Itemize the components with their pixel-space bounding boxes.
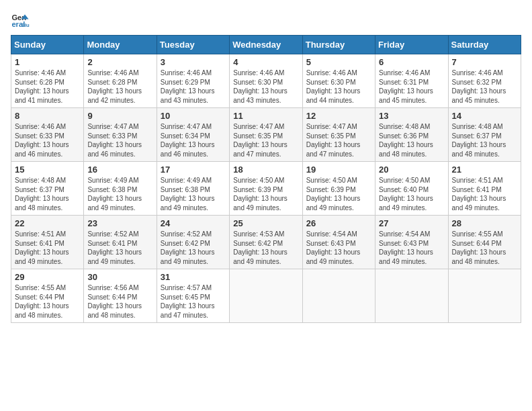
calendar-cell: 20Sunrise: 4:50 AM Sunset: 6:40 PM Dayli…: [375, 162, 448, 216]
calendar-header: SundayMondayTuesdayWednesdayThursdayFrid…: [11, 36, 521, 54]
day-number: 18: [233, 165, 298, 175]
calendar-cell: 26Sunrise: 4:54 AM Sunset: 6:43 PM Dayli…: [302, 216, 375, 269]
day-info: Sunrise: 4:57 AM Sunset: 6:45 PM Dayligh…: [161, 283, 226, 320]
day-info: Sunrise: 4:50 AM Sunset: 6:39 PM Dayligh…: [306, 176, 371, 212]
logo: Gen eral Blue: [11, 11, 32, 30]
calendar-cell: [302, 269, 375, 323]
calendar-cell: 29Sunrise: 4:55 AM Sunset: 6:44 PM Dayli…: [11, 269, 84, 323]
day-number: 5: [306, 57, 371, 67]
day-number: 30: [87, 272, 152, 282]
calendar-cell: 21Sunrise: 4:51 AM Sunset: 6:41 PM Dayli…: [448, 162, 521, 216]
day-info: Sunrise: 4:49 AM Sunset: 6:38 PM Dayligh…: [87, 176, 152, 212]
day-info: Sunrise: 4:49 AM Sunset: 6:38 PM Dayligh…: [161, 176, 226, 212]
day-number: 27: [379, 218, 444, 228]
day-number: 23: [87, 218, 152, 228]
header: Gen eral Blue: [11, 11, 521, 30]
calendar-cell: 14Sunrise: 4:48 AM Sunset: 6:37 PM Dayli…: [448, 108, 521, 162]
day-number: 10: [161, 111, 226, 121]
calendar-cell: 17Sunrise: 4:49 AM Sunset: 6:38 PM Dayli…: [157, 162, 229, 216]
day-info: Sunrise: 4:48 AM Sunset: 6:37 PM Dayligh…: [15, 176, 80, 212]
day-info: Sunrise: 4:46 AM Sunset: 6:28 PM Dayligh…: [15, 68, 80, 105]
day-info: Sunrise: 4:47 AM Sunset: 6:35 PM Dayligh…: [306, 122, 371, 158]
calendar-cell: 10Sunrise: 4:47 AM Sunset: 6:34 PM Dayli…: [157, 108, 229, 162]
logo-icon: Gen eral Blue: [11, 11, 30, 30]
calendar-cell: 31Sunrise: 4:57 AM Sunset: 6:45 PM Dayli…: [157, 269, 229, 323]
calendar-cell: [448, 269, 521, 323]
day-number: 2: [87, 57, 152, 67]
day-number: 19: [306, 165, 371, 175]
day-number: 31: [161, 272, 226, 282]
calendar-week-row: 29Sunrise: 4:55 AM Sunset: 6:44 PM Dayli…: [11, 269, 521, 323]
day-number: 14: [452, 111, 517, 121]
day-number: 24: [161, 218, 226, 228]
day-number: 29: [15, 272, 80, 282]
header-day: Friday: [375, 36, 448, 54]
calendar-cell: 15Sunrise: 4:48 AM Sunset: 6:37 PM Dayli…: [11, 162, 84, 216]
day-info: Sunrise: 4:46 AM Sunset: 6:31 PM Dayligh…: [379, 68, 444, 105]
day-number: 9: [87, 111, 152, 121]
calendar-cell: 2Sunrise: 4:46 AM Sunset: 6:28 PM Daylig…: [84, 54, 157, 108]
day-number: 6: [379, 57, 444, 67]
day-number: 8: [15, 111, 80, 121]
calendar-cell: [230, 269, 302, 323]
day-number: 20: [379, 165, 444, 175]
svg-text:Blue: Blue: [21, 22, 30, 28]
day-info: Sunrise: 4:46 AM Sunset: 6:33 PM Dayligh…: [15, 122, 80, 158]
day-number: 3: [161, 57, 226, 67]
calendar-cell: 25Sunrise: 4:53 AM Sunset: 6:42 PM Dayli…: [230, 216, 302, 269]
calendar-cell: 12Sunrise: 4:47 AM Sunset: 6:35 PM Dayli…: [302, 108, 375, 162]
day-info: Sunrise: 4:53 AM Sunset: 6:42 PM Dayligh…: [233, 230, 298, 266]
day-info: Sunrise: 4:51 AM Sunset: 6:41 PM Dayligh…: [452, 176, 517, 212]
calendar-cell: 7Sunrise: 4:46 AM Sunset: 6:32 PM Daylig…: [448, 54, 521, 108]
day-info: Sunrise: 4:56 AM Sunset: 6:44 PM Dayligh…: [87, 283, 152, 320]
header-day: Tuesday: [157, 36, 229, 54]
calendar-cell: 27Sunrise: 4:54 AM Sunset: 6:43 PM Dayli…: [375, 216, 448, 269]
day-info: Sunrise: 4:46 AM Sunset: 6:29 PM Dayligh…: [161, 68, 226, 105]
day-number: 7: [452, 57, 517, 67]
calendar-cell: 3Sunrise: 4:46 AM Sunset: 6:29 PM Daylig…: [157, 54, 229, 108]
calendar-cell: 4Sunrise: 4:46 AM Sunset: 6:30 PM Daylig…: [230, 54, 302, 108]
calendar-table: SundayMondayTuesdayWednesdayThursdayFrid…: [11, 35, 521, 323]
calendar-cell: 24Sunrise: 4:52 AM Sunset: 6:42 PM Dayli…: [157, 216, 229, 269]
day-info: Sunrise: 4:47 AM Sunset: 6:33 PM Dayligh…: [87, 122, 152, 158]
day-number: 17: [161, 165, 226, 175]
day-number: 28: [452, 218, 517, 228]
calendar-cell: 23Sunrise: 4:52 AM Sunset: 6:41 PM Dayli…: [84, 216, 157, 269]
calendar-cell: 28Sunrise: 4:55 AM Sunset: 6:44 PM Dayli…: [448, 216, 521, 269]
header-day: Monday: [84, 36, 157, 54]
header-day: Wednesday: [230, 36, 302, 54]
calendar-cell: [375, 269, 448, 323]
day-info: Sunrise: 4:48 AM Sunset: 6:36 PM Dayligh…: [379, 122, 444, 158]
day-number: 22: [15, 218, 80, 228]
calendar-week-row: 22Sunrise: 4:51 AM Sunset: 6:41 PM Dayli…: [11, 216, 521, 269]
day-number: 4: [233, 57, 298, 67]
day-number: 1: [15, 57, 80, 67]
calendar-cell: 18Sunrise: 4:50 AM Sunset: 6:39 PM Dayli…: [230, 162, 302, 216]
calendar-cell: 13Sunrise: 4:48 AM Sunset: 6:36 PM Dayli…: [375, 108, 448, 162]
day-info: Sunrise: 4:46 AM Sunset: 6:32 PM Dayligh…: [452, 68, 517, 105]
calendar-cell: 8Sunrise: 4:46 AM Sunset: 6:33 PM Daylig…: [11, 108, 84, 162]
header-row: SundayMondayTuesdayWednesdayThursdayFrid…: [11, 36, 521, 54]
day-info: Sunrise: 4:50 AM Sunset: 6:39 PM Dayligh…: [233, 176, 298, 212]
calendar-week-row: 8Sunrise: 4:46 AM Sunset: 6:33 PM Daylig…: [11, 108, 521, 162]
calendar-week-row: 1Sunrise: 4:46 AM Sunset: 6:28 PM Daylig…: [11, 54, 521, 108]
calendar-cell: 5Sunrise: 4:46 AM Sunset: 6:30 PM Daylig…: [302, 54, 375, 108]
calendar-cell: 11Sunrise: 4:47 AM Sunset: 6:35 PM Dayli…: [230, 108, 302, 162]
calendar-cell: 1Sunrise: 4:46 AM Sunset: 6:28 PM Daylig…: [11, 54, 84, 108]
day-number: 13: [379, 111, 444, 121]
day-info: Sunrise: 4:54 AM Sunset: 6:43 PM Dayligh…: [379, 230, 444, 266]
header-day: Thursday: [302, 36, 375, 54]
calendar-cell: 22Sunrise: 4:51 AM Sunset: 6:41 PM Dayli…: [11, 216, 84, 269]
day-number: 12: [306, 111, 371, 121]
calendar-cell: 6Sunrise: 4:46 AM Sunset: 6:31 PM Daylig…: [375, 54, 448, 108]
day-info: Sunrise: 4:46 AM Sunset: 6:30 PM Dayligh…: [233, 68, 298, 105]
header-day: Sunday: [11, 36, 84, 54]
day-info: Sunrise: 4:52 AM Sunset: 6:42 PM Dayligh…: [161, 230, 226, 266]
calendar-body: 1Sunrise: 4:46 AM Sunset: 6:28 PM Daylig…: [11, 54, 521, 323]
day-info: Sunrise: 4:48 AM Sunset: 6:37 PM Dayligh…: [452, 122, 517, 158]
day-info: Sunrise: 4:46 AM Sunset: 6:28 PM Dayligh…: [87, 68, 152, 105]
day-number: 16: [87, 165, 152, 175]
day-info: Sunrise: 4:46 AM Sunset: 6:30 PM Dayligh…: [306, 68, 371, 105]
day-number: 15: [15, 165, 80, 175]
day-info: Sunrise: 4:50 AM Sunset: 6:40 PM Dayligh…: [379, 176, 444, 212]
